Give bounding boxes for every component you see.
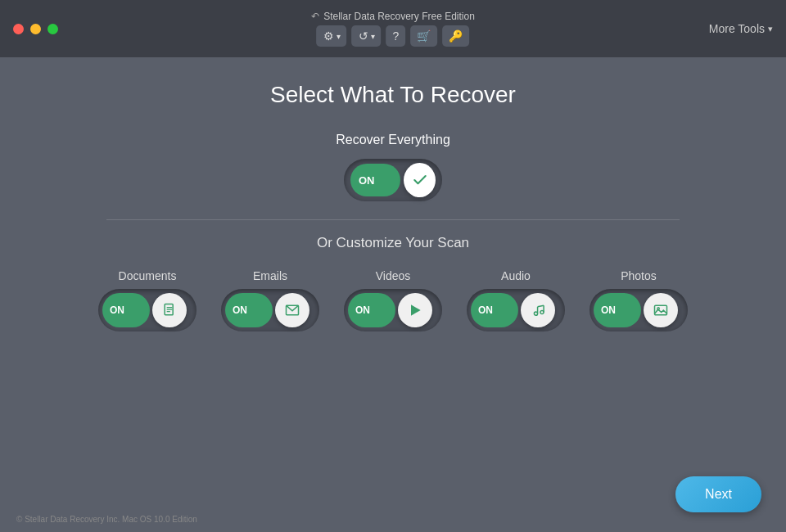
toolbar-icons: ⚙ ▾ ↺ ▾ ? 🛒 🔑	[317, 25, 470, 47]
settings-dropdown-arrow: ▾	[337, 32, 341, 41]
audio-icon	[530, 302, 546, 318]
help-button[interactable]: ?	[386, 25, 406, 47]
photo-icon	[653, 302, 669, 318]
main-content: Select What To Recover Recover Everythin…	[0, 57, 786, 348]
history-button[interactable]: ↺ ▾	[352, 25, 382, 47]
key-icon: 🔑	[449, 29, 463, 43]
key-button[interactable]: 🔑	[442, 25, 469, 47]
category-emails: Emails ON	[221, 269, 319, 331]
audio-on-text: ON	[478, 304, 493, 316]
documents-label: Documents	[119, 269, 177, 282]
history-dropdown-arrow: ▾	[371, 32, 375, 41]
category-photos: Photos ON	[590, 269, 688, 331]
cart-button[interactable]: 🛒	[410, 25, 437, 47]
emails-thumb	[275, 293, 309, 327]
app-title-text: Stellar Data Recovery Free Edition	[323, 11, 475, 22]
emails-label: Emails	[253, 269, 287, 282]
audio-track: ON	[471, 293, 518, 327]
more-tools-chevron-icon: ▾	[768, 24, 773, 34]
app-title: ↶ Stellar Data Recovery Free Edition	[311, 11, 475, 22]
documents-track: ON	[102, 293, 150, 327]
toggle-on-text: ON	[359, 174, 375, 187]
settings-icon: ⚙	[323, 29, 334, 43]
page-title: Select What To Recover	[270, 82, 516, 108]
next-button[interactable]: Next	[675, 476, 761, 512]
maximize-button[interactable]	[47, 24, 58, 34]
emails-on-text: ON	[233, 304, 247, 316]
email-icon	[284, 302, 300, 318]
photos-on-text: ON	[601, 304, 616, 316]
settings-button[interactable]: ⚙ ▾	[317, 25, 347, 47]
videos-on-text: ON	[355, 304, 370, 316]
traffic-lights	[13, 24, 58, 34]
videos-thumb	[398, 293, 432, 327]
category-videos: Videos ON	[344, 269, 442, 331]
documents-on-text: ON	[110, 304, 124, 316]
photos-track: ON	[594, 293, 641, 327]
footer-text: © Stellar Data Recovery Inc. Mac OS 10.0…	[16, 515, 197, 524]
emails-track: ON	[225, 293, 273, 327]
close-button[interactable]	[13, 24, 24, 34]
photos-toggle[interactable]: ON	[590, 289, 688, 331]
video-icon	[407, 302, 423, 318]
svg-marker-5	[411, 304, 421, 315]
back-arrow-icon: ↶	[311, 11, 319, 22]
photos-label: Photos	[621, 269, 657, 282]
category-documents: Documents ON	[98, 269, 196, 331]
categories-row: Documents ON Emails	[98, 269, 688, 331]
section-divider	[106, 219, 680, 220]
titlebar-center: ↶ Stellar Data Recovery Free Edition ⚙ ▾…	[311, 11, 475, 47]
toggle-track: ON	[350, 164, 400, 196]
toggle-thumb	[404, 163, 436, 197]
videos-label: Videos	[376, 269, 411, 282]
category-audio: Audio ON	[467, 269, 565, 331]
titlebar: ↶ Stellar Data Recovery Free Edition ⚙ ▾…	[0, 0, 786, 57]
audio-toggle[interactable]: ON	[467, 289, 565, 331]
documents-thumb	[152, 293, 187, 327]
customize-scan-label: Or Customize Your Scan	[317, 235, 469, 251]
more-tools-label: More Tools	[709, 22, 765, 35]
audio-label: Audio	[501, 269, 531, 282]
minimize-button[interactable]	[30, 24, 41, 34]
checkmark-icon	[412, 172, 428, 188]
recover-everything-label: Recover Everything	[336, 133, 450, 147]
help-icon: ?	[393, 29, 400, 43]
history-icon: ↺	[359, 29, 368, 43]
videos-track: ON	[348, 293, 395, 327]
photos-thumb	[644, 293, 678, 327]
emails-toggle[interactable]: ON	[221, 289, 319, 331]
svg-rect-11	[655, 305, 667, 315]
audio-thumb	[521, 293, 555, 327]
document-icon	[161, 302, 178, 318]
documents-toggle[interactable]: ON	[98, 289, 196, 331]
cart-icon: 🛒	[417, 29, 431, 43]
videos-toggle[interactable]: ON	[344, 289, 442, 331]
recover-everything-toggle[interactable]: ON	[344, 159, 442, 201]
svg-line-10	[538, 305, 544, 307]
more-tools-button[interactable]: More Tools ▾	[709, 22, 773, 35]
